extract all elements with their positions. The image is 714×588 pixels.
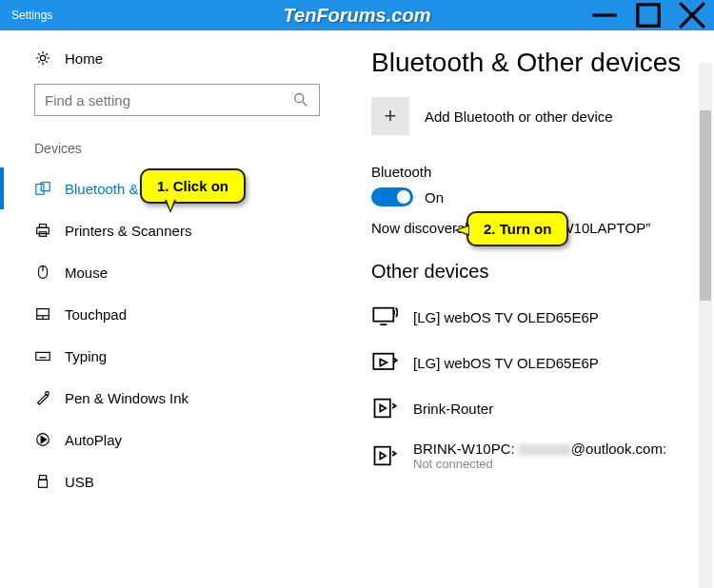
sidebar-item-label: Touchpad: [65, 306, 127, 323]
callout-2: 2. Turn on: [466, 211, 568, 246]
other-devices-title: Other devices: [371, 261, 695, 283]
window-controls: [583, 0, 714, 30]
add-device-label: Add Bluetooth or other device: [425, 108, 613, 125]
device-item[interactable]: [LG] webOS TV OLED65E6P: [371, 294, 695, 340]
sidebar-item-label: USB: [65, 474, 94, 490]
svg-rect-17: [36, 352, 50, 360]
printer-icon: [34, 222, 51, 239]
svg-rect-32: [375, 400, 390, 418]
device-status: Not connected: [413, 457, 666, 471]
device-item[interactable]: Brink-Router: [371, 385, 695, 431]
svg-point-4: [40, 55, 45, 60]
sidebar: Home Devices Bluetooth & Other devices P…: [0, 30, 333, 588]
section-label: Devices: [34, 141, 333, 156]
gear-icon: [34, 49, 51, 67]
bluetooth-label: Bluetooth: [371, 164, 695, 180]
svg-rect-10: [39, 225, 46, 228]
search-icon: [292, 91, 309, 108]
usb-icon: [34, 473, 51, 490]
bluetooth-toggle-state: On: [425, 189, 444, 206]
bluetooth-toggle-row: On: [371, 187, 695, 206]
device-name: BRINK-W10PC: @outlook.com:: [413, 441, 666, 457]
device-item[interactable]: BRINK-W10PC: @outlook.com: Not connected: [371, 431, 695, 480]
svg-marker-31: [380, 360, 387, 366]
svg-marker-33: [380, 405, 386, 412]
svg-line-6: [303, 102, 307, 107]
device-name: Brink-Router: [413, 401, 493, 417]
maximize-button[interactable]: [626, 0, 670, 30]
tv-icon: [371, 304, 398, 330]
device-info: BRINK-W10PC: @outlook.com: Not connected: [413, 441, 666, 471]
minimize-button[interactable]: [583, 0, 626, 30]
sidebar-item-touchpad[interactable]: Touchpad: [0, 293, 333, 335]
home-label: Home: [65, 50, 103, 67]
titlebar: Settings TenForums.com: [0, 0, 714, 30]
svg-marker-35: [380, 453, 386, 460]
bluetooth-toggle[interactable]: [371, 187, 413, 206]
sidebar-item-autoplay[interactable]: AutoPlay: [0, 419, 333, 461]
scrollbar[interactable]: [699, 63, 712, 588]
callout-1: 1. Click on: [140, 168, 246, 204]
svg-rect-7: [36, 185, 44, 195]
mouse-icon: [34, 264, 51, 281]
close-button[interactable]: [670, 0, 714, 30]
content: Home Devices Bluetooth & Other devices P…: [0, 30, 714, 588]
sidebar-item-printers[interactable]: Printers & Scanners: [0, 209, 333, 251]
svg-rect-34: [375, 447, 390, 465]
touchpad-icon: [34, 305, 51, 323]
home-link[interactable]: Home: [34, 49, 333, 67]
svg-point-5: [295, 94, 304, 103]
sidebar-item-label: Pen & Windows Ink: [65, 390, 188, 406]
plus-icon: +: [371, 97, 409, 135]
sidebar-item-label: Typing: [65, 348, 107, 364]
scrollbar-thumb[interactable]: [700, 110, 711, 301]
svg-marker-25: [41, 436, 46, 442]
window-title: Settings: [0, 9, 52, 22]
toggle-knob: [397, 190, 410, 204]
device-name: [LG] webOS TV OLED65E6P: [413, 355, 599, 371]
page-title: Bluetooth & Other devices: [371, 48, 695, 78]
sidebar-item-label: Mouse: [65, 265, 108, 281]
watermark: TenForums.com: [284, 5, 431, 27]
bluetooth-devices-icon: [34, 180, 51, 197]
keyboard-icon: [34, 347, 51, 364]
sidebar-item-usb[interactable]: USB: [0, 461, 333, 502]
pen-icon: [34, 389, 51, 406]
media-device-icon: [371, 395, 398, 421]
sidebar-item-label: Printers & Scanners: [65, 223, 191, 239]
search-box[interactable]: [34, 84, 320, 116]
sidebar-item-label: AutoPlay: [65, 432, 122, 448]
add-device-button[interactable]: + Add Bluetooth or other device: [371, 97, 695, 135]
sidebar-item-mouse[interactable]: Mouse: [0, 251, 333, 293]
media-device-icon: [371, 442, 398, 469]
sidebar-item-pen[interactable]: Pen & Windows Ink: [0, 377, 333, 419]
media-device-icon: [371, 349, 398, 376]
svg-rect-26: [39, 476, 46, 480]
svg-rect-9: [37, 227, 50, 233]
device-item[interactable]: [LG] webOS TV OLED65E6P: [371, 340, 695, 385]
search-input[interactable]: [45, 92, 292, 108]
main-panel: Bluetooth & Other devices + Add Bluetoot…: [333, 30, 714, 588]
device-name: [LG] webOS TV OLED65E6P: [413, 309, 599, 325]
svg-rect-27: [39, 480, 48, 487]
svg-rect-1: [638, 5, 659, 26]
svg-rect-28: [373, 308, 393, 322]
autoplay-icon: [34, 431, 51, 448]
sidebar-item-typing[interactable]: Typing: [0, 335, 333, 377]
svg-point-23: [46, 392, 50, 396]
